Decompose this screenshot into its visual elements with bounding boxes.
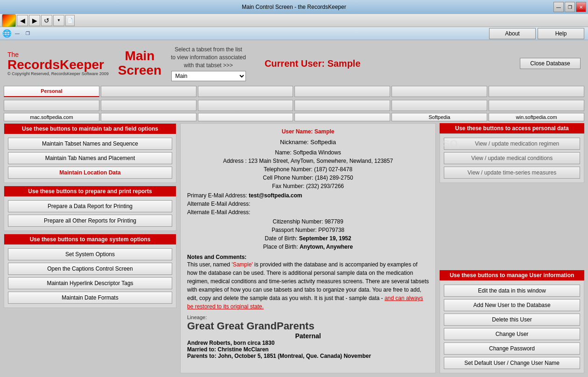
header-row: The RecordsKeeper © Copyright Reserved, …: [4, 44, 584, 83]
tab-row-2: [4, 100, 584, 111]
delete-user-button[interactable]: Delete this User: [444, 314, 580, 326]
tab-r2-1[interactable]: [4, 100, 99, 111]
add-new-user-button[interactable]: Add New User to the Database: [444, 299, 580, 311]
tab-6[interactable]: [489, 86, 584, 97]
personal-access-section: Use these buttons to access personal dat…: [440, 123, 584, 183]
about-button[interactable]: About: [489, 28, 536, 39]
title-bar: Main Control Screen - the RecordsKeeper …: [0, 0, 588, 14]
dropdown-button[interactable]: ▼: [53, 15, 64, 26]
app-icon: [2, 14, 16, 27]
forward-button[interactable]: ▶: [29, 15, 40, 26]
nickname-label: Nickname:: [280, 139, 308, 146]
dob-value: September 19, 1952: [299, 235, 351, 242]
current-user-section: Current User: Sample: [265, 58, 361, 69]
citizenship-value: 987789: [325, 218, 343, 225]
hyperlink-tags-button[interactable]: Maintain Hyperlink Descriptor Tags: [8, 277, 172, 289]
tab-4[interactable]: [294, 86, 390, 97]
right-panel: Use these buttons to access personal dat…: [440, 123, 584, 373]
lineage-person: Andrew Roberts, born circa 1830: [187, 340, 429, 346]
lineage-parents: Parents to: John, October 5, 1851 (Montr…: [187, 353, 429, 359]
user-name-value: Sample: [315, 128, 335, 135]
notes-section: Notes and Comments: This user, named 'Sa…: [187, 254, 429, 311]
tab-3[interactable]: [198, 86, 294, 97]
tab-r2-6[interactable]: [489, 100, 584, 111]
dob-line: Date of Birth: September 19, 1952: [187, 235, 429, 242]
restore-button[interactable]: ❐: [565, 2, 575, 12]
tab-r2-3[interactable]: [198, 100, 294, 111]
cell-line: Cell Phone Number: (184) 289-2750: [187, 175, 429, 181]
name-value: Softpedia Windows: [293, 149, 341, 156]
edit-data-button[interactable]: Edit the data in this window: [444, 285, 580, 297]
current-user-display: Current User: Sample: [265, 58, 361, 69]
maintain-location-button[interactable]: Maintain Location Data: [8, 167, 172, 179]
tab-field-header: Use these buttons to maintain tab and fi…: [4, 124, 176, 134]
cell-label: Cell Phone Number:: [263, 175, 313, 181]
lineage-paternal: Paternal: [187, 332, 429, 340]
window-title: Main Control Screen - the RecordsKeeper: [242, 4, 346, 10]
view-time-series-button[interactable]: View / update time-series measures: [444, 167, 580, 179]
ribbon-minimize[interactable]: —: [12, 28, 22, 39]
change-user-button[interactable]: Change User: [444, 328, 580, 340]
url-field-6[interactable]: win.softpedia.com: [489, 113, 584, 121]
logo-copy: © Copyright Reserved, RecordsKeeper Soft…: [7, 71, 109, 76]
maintain-tab-names-button[interactable]: Maintain Tab Names and Placement: [8, 152, 172, 164]
close-button[interactable]: ✕: [576, 2, 586, 12]
captions-control-button[interactable]: Open the Captions Control Screen: [8, 263, 172, 275]
maintain-tabset-button[interactable]: Maintain Tabset Names and Sequence: [8, 138, 172, 150]
view-medication-button[interactable]: View / update medication regimen: [444, 138, 580, 150]
tabset-dropdown[interactable]: Main: [171, 71, 246, 81]
tab-personal[interactable]: Personal: [4, 86, 99, 97]
name-line: Name: Softpedia Windows: [187, 149, 429, 156]
tabset-selector: Select a tabset from the listto view inf…: [171, 46, 246, 81]
set-system-options-button[interactable]: Set System Options: [8, 248, 172, 260]
view-medical-conditions-button[interactable]: View / update medical conditions: [444, 152, 580, 164]
date-formats-button[interactable]: Maintain Date Formats: [8, 292, 172, 304]
close-database-button[interactable]: Close Database: [520, 58, 581, 69]
tab-r2-4[interactable]: [294, 100, 390, 111]
change-password-button[interactable]: Change Password: [444, 342, 580, 355]
logo-name: RecordsKeeper: [7, 58, 109, 71]
citizenship-line: Citizenship Number: 987789: [187, 218, 429, 225]
current-user-name: Sample: [327, 58, 360, 69]
main-container: The RecordsKeeper © Copyright Reserved, …: [0, 40, 588, 377]
alt-email1-label: Alternate E-Mail Address:: [187, 201, 250, 207]
reload-button[interactable]: ↺: [41, 15, 52, 26]
url-field-4[interactable]: [294, 113, 390, 121]
url-field-3[interactable]: [198, 113, 294, 121]
tabset-dropdown-row: Main: [171, 71, 246, 81]
right-spacer: [440, 186, 584, 267]
tab-r2-2[interactable]: [101, 100, 196, 111]
system-options-body: Set System Options Open the Captions Con…: [4, 244, 176, 307]
system-options-header: Use these buttons to manage system optio…: [4, 234, 176, 244]
header-buttons: Close Database: [520, 58, 581, 69]
ribbon-restore[interactable]: ❐: [22, 28, 33, 39]
help-button[interactable]: Help: [538, 28, 584, 39]
tab-field-section: Use these buttons to maintain tab and fi…: [4, 123, 176, 183]
minimize-button[interactable]: —: [553, 2, 564, 12]
lineage-section: Lineage: Great Great GrandParents Patern…: [187, 314, 429, 359]
url-field-1[interactable]: mac.softpedia.com: [4, 113, 99, 121]
pob-value: Anytown, Anywhere: [300, 244, 353, 250]
ribbon: 🌐 — ❐ About Help: [0, 27, 588, 40]
url-field-2[interactable]: [101, 113, 196, 121]
prepare-data-report-button[interactable]: Prepare a Data Report for Printing: [8, 200, 172, 212]
help-globe-icon: 🌐: [2, 28, 12, 39]
small-doc-icon: 📄: [65, 15, 75, 26]
tab-r2-5[interactable]: [392, 100, 487, 111]
back-button[interactable]: ◀: [17, 15, 28, 26]
prepare-other-reports-button[interactable]: Prepare all Other Reports for Printing: [8, 215, 172, 227]
address-line: Address : 123 Main Street, AnyTown, Some…: [187, 158, 429, 164]
pob-label: Place of Birth:: [263, 244, 298, 250]
tab-2[interactable]: [101, 86, 196, 97]
set-default-user-button[interactable]: Set Default User / Change User Name: [444, 357, 580, 369]
content-area: Use these buttons to maintain tab and fi…: [4, 123, 584, 373]
personal-access-body: SO View / update medication regimen View…: [440, 133, 584, 183]
user-mgmt-header: Use these buttons to manage User informa…: [440, 270, 584, 280]
url-field-5[interactable]: Softpedia: [392, 113, 487, 121]
alt-email2-line: Alternate E-Mail Address:: [187, 209, 429, 216]
nickname-line: Nickname: Softpedia: [187, 139, 429, 146]
tab-5[interactable]: [392, 86, 487, 97]
window-controls: — ❐ ✕: [553, 2, 586, 12]
main-screen-title: Main Screen: [118, 49, 161, 78]
system-options-section: Use these buttons to manage system optio…: [4, 234, 176, 308]
